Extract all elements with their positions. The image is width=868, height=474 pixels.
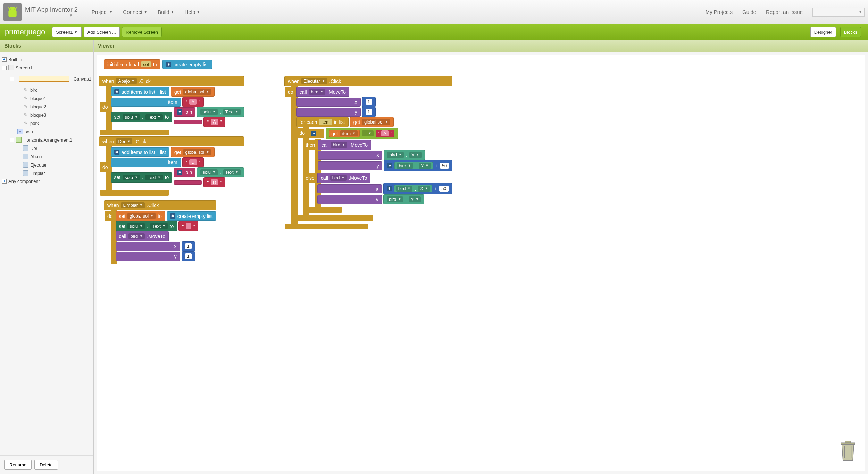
gear-icon[interactable]: ✱ (177, 170, 182, 175)
tree-button-limpiar[interactable]: Limpiar (2, 169, 91, 177)
number-literal-1[interactable]: 1 (362, 107, 376, 117)
block-set-solu-text-empty[interactable]: setsolu▼.Text▼to (116, 221, 177, 231)
text-literal-empty[interactable]: “ ” (178, 221, 198, 231)
menu-report-issue[interactable]: Report an Issue (766, 9, 803, 15)
trash-icon[interactable] (837, 438, 859, 467)
tree-label-solu[interactable]: Asolu (2, 127, 91, 136)
block-get-global-sol[interactable]: getglobal sol▼ (171, 147, 215, 157)
block-set-solu-text[interactable]: setsolu▼.Text▼to (111, 172, 173, 183)
screen-selector[interactable]: Screen1▼ (52, 27, 81, 37)
block-math-add[interactable]: ✱ bird▼.Y▼ + 50 (384, 160, 452, 171)
block-add-items-to-list[interactable]: ✱add items to listlist (111, 87, 169, 96)
tree-sprite-bloque2[interactable]: ✎bloque2 (2, 102, 91, 111)
block-create-empty-list[interactable]: ✱create empty list (162, 60, 212, 69)
text-literal-d[interactable]: “D” (182, 157, 204, 167)
block-solu-text-prop[interactable]: solu▼.Text▼ (197, 107, 244, 117)
sprite-icon: ✎ (23, 87, 28, 93)
gear-icon[interactable]: ✱ (170, 213, 175, 219)
block-call-bird-moveto[interactable]: callbird▼.MoveTo (296, 87, 350, 97)
block-bird-x[interactable]: bird▼.X▼ (384, 150, 425, 160)
block-create-empty-list[interactable]: ✱create empty list (167, 211, 216, 221)
tree-button-ejecutar[interactable]: Ejecutar (2, 161, 91, 169)
tree-any-component[interactable]: +Any component (2, 177, 91, 185)
block-for-each[interactable]: for eachitemin list (296, 117, 349, 127)
menu-help[interactable]: Help▼ (184, 9, 200, 15)
text-literal-a[interactable]: “A” (376, 130, 394, 137)
menu-build[interactable]: Build▼ (158, 9, 174, 15)
language-dropdown[interactable]: ▼ (812, 8, 865, 17)
gear-icon[interactable]: ✱ (387, 163, 392, 168)
block-call-bird-moveto[interactable]: callbird▼.MoveTo (318, 140, 371, 150)
block-get-item[interactable]: getitem▼ (329, 130, 360, 137)
component-abajo[interactable]: Abajo▼ (116, 78, 136, 84)
tree-sprite-pork[interactable]: ✎pork (2, 119, 91, 127)
block-get-global-sol[interactable]: getglobal sol▼ (171, 87, 215, 97)
tree-canvas1[interactable]: −Canvas1 (2, 72, 91, 86)
block-get-global-sol[interactable]: getglobal sol▼ (350, 117, 394, 127)
tree-screen1[interactable]: −Screen1 (2, 64, 91, 72)
gear-icon[interactable]: ✱ (177, 109, 182, 115)
gear-icon[interactable]: ✱ (114, 89, 119, 94)
component-ejecutar[interactable]: Ejecutar▼ (301, 78, 327, 84)
blocks-tab-button[interactable]: Blocks (840, 27, 861, 37)
gear-icon[interactable]: ✱ (166, 62, 171, 67)
component-der[interactable]: Der▼ (116, 138, 132, 144)
tree-button-der[interactable]: Der (2, 144, 91, 152)
designer-tab-button[interactable]: Designer (810, 27, 836, 37)
block-solu-text-prop[interactable]: solu▼.Text▼ (197, 167, 244, 177)
block-init-global[interactable]: initialize globalsolto (104, 59, 160, 69)
collapse-icon[interactable]: − (2, 66, 7, 70)
add-screen-button[interactable]: Add Screen ... (84, 27, 120, 37)
block-compare-eq[interactable]: getitem▼ =▼ “A” (326, 128, 398, 139)
block-add-items-to-list[interactable]: ✱add items to listlist (111, 147, 169, 157)
tree-sprite-bird[interactable]: ✎bird (2, 86, 91, 94)
number-literal-1[interactable]: 1 (182, 251, 195, 261)
collapse-icon[interactable]: − (10, 77, 14, 81)
block-bird-y[interactable]: bird▼.Y▼ (394, 162, 433, 169)
block-join[interactable]: ✱join (174, 168, 195, 177)
menu-my-projects[interactable]: My Projects (706, 9, 733, 15)
number-literal-1[interactable]: 1 (182, 241, 195, 251)
block-when-der-click[interactable]: whenDer▼.Click do ✱add items to listlist… (99, 136, 244, 196)
component-limpiar[interactable]: Limpiar▼ (121, 202, 145, 208)
block-set-global-sol[interactable]: setglobal sol▼to (116, 211, 165, 221)
gear-icon[interactable]: ✱ (311, 131, 316, 136)
block-when-abajo-click[interactable]: whenAbajo▼.Click do ✱add items to listli… (99, 76, 244, 135)
menu-project[interactable]: Project▼ (92, 9, 113, 15)
collapse-icon[interactable]: − (10, 138, 14, 142)
tree-sprite-bloque1[interactable]: ✎bloque1 (2, 94, 91, 102)
tree-harrangement[interactable]: −HorizontalArrangement1 (2, 136, 91, 144)
block-bird-y[interactable]: bird▼.Y▼ (383, 194, 424, 204)
blocks-canvas[interactable]: initialize globalsolto ✱create empty lis… (97, 55, 865, 471)
block-init-global-sol[interactable]: initialize globalsolto ✱create empty lis… (104, 59, 212, 69)
delete-button[interactable]: Delete (34, 460, 58, 470)
remove-screen-button[interactable]: Remove Screen (122, 27, 162, 37)
text-literal-a[interactable]: “A” (182, 97, 204, 107)
tree-button-abajo[interactable]: Abajo (2, 152, 91, 161)
block-call-bird-moveto[interactable]: callbird▼.MoveTo (116, 231, 169, 241)
var-item[interactable]: item (319, 119, 332, 125)
menu-connect[interactable]: Connect▼ (123, 9, 147, 15)
number-literal-50[interactable]: 50 (439, 186, 448, 192)
block-join[interactable]: ✱join (174, 107, 195, 117)
gear-icon[interactable]: ✱ (387, 186, 392, 191)
block-set-solu-text[interactable]: setsolu▼.Text▼to (111, 112, 173, 122)
block-math-add[interactable]: ✱ bird▼.X▼ + 50 (383, 183, 452, 194)
expand-icon[interactable]: + (2, 179, 7, 184)
text-literal-d2[interactable]: “D” (203, 177, 225, 187)
number-literal-50[interactable]: 50 (440, 163, 449, 169)
text-literal-a2[interactable]: “A” (203, 117, 225, 127)
tree-sprite-bloque3[interactable]: ✎bloque3 (2, 111, 91, 119)
tree-builtin[interactable]: +Built-in (2, 56, 91, 64)
rename-button[interactable]: Rename (4, 460, 32, 470)
gear-icon[interactable]: ✱ (114, 150, 119, 155)
block-bird-x[interactable]: bird▼.X▼ (394, 185, 432, 192)
number-literal-1[interactable]: 1 (362, 97, 376, 107)
block-when-limpiar-click[interactable]: whenLimpiar▼.Click do setglobal sol▼to ✱… (104, 200, 216, 264)
block-call-bird-moveto[interactable]: callbird▼.MoveTo (317, 173, 371, 183)
block-if[interactable]: ✱if (308, 129, 324, 138)
block-when-ejecutar-click[interactable]: whenEjecutar▼.Click do callbird▼.MoveTo … (284, 76, 452, 229)
menu-guide[interactable]: Guide (742, 9, 756, 15)
expand-icon[interactable]: + (2, 57, 7, 62)
var-name-sol[interactable]: sol (141, 61, 151, 67)
